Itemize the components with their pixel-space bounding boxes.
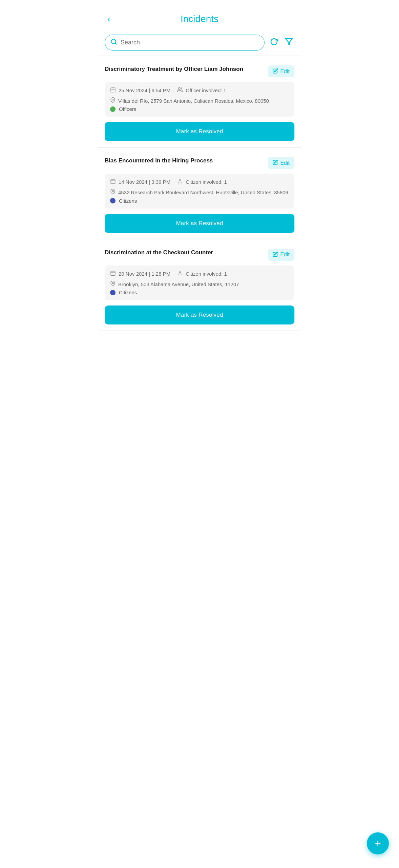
svg-rect-3 bbox=[111, 88, 115, 92]
incident-header: Bias Encountered in the Hiring Process E… bbox=[105, 157, 294, 169]
edit-icon bbox=[273, 68, 278, 75]
incident-address: Villas del Río, 2579 San Antonio, Culiac… bbox=[118, 97, 269, 104]
svg-point-20 bbox=[112, 282, 113, 283]
category-dot bbox=[110, 198, 115, 203]
incident-header: Discriminatory Treatment by Officer Liam… bbox=[105, 65, 294, 77]
edit-label: Edit bbox=[280, 252, 290, 258]
svg-line-1 bbox=[115, 43, 117, 44]
incident-title: Discrimination at the Checkout Counter bbox=[105, 249, 265, 256]
search-bar-container bbox=[98, 31, 301, 56]
detail-top-row: 14 Nov 2024 | 3:39 PM Citizen involved: … bbox=[110, 178, 289, 185]
incident-date: 20 Nov 2024 | 1:28 PM bbox=[119, 271, 170, 277]
incident-date: 14 Nov 2024 | 3:39 PM bbox=[119, 179, 170, 185]
svg-marker-2 bbox=[286, 39, 292, 45]
calendar-icon bbox=[110, 87, 116, 94]
incident-involved: Citizen involved: 1 bbox=[186, 271, 227, 277]
filter-button[interactable] bbox=[284, 36, 294, 49]
edit-label: Edit bbox=[280, 68, 290, 75]
category-row: Officers bbox=[110, 106, 289, 112]
address-row: 4532 Research Park Boulevard Northwest, … bbox=[110, 189, 289, 196]
incident-details: 20 Nov 2024 | 1:28 PM Citizen involved: … bbox=[105, 265, 294, 300]
calendar-icon bbox=[110, 270, 116, 277]
incident-card: Discriminatory Treatment by Officer Liam… bbox=[98, 59, 301, 147]
address-row: Villas del Río, 2579 San Antonio, Culiac… bbox=[110, 97, 289, 105]
resolve-button[interactable]: Mark as Resolved bbox=[105, 214, 294, 233]
date-item: 20 Nov 2024 | 1:28 PM bbox=[110, 270, 170, 277]
category-label: Officers bbox=[119, 106, 136, 112]
svg-point-8 bbox=[112, 99, 113, 100]
incident-card: Discrimination at the Checkout Counter E… bbox=[98, 243, 301, 331]
person-icon bbox=[177, 270, 183, 277]
resolve-button[interactable]: Mark as Resolved bbox=[105, 122, 294, 141]
date-item: 14 Nov 2024 | 3:39 PM bbox=[110, 178, 170, 185]
involved-item: Officer involved: 1 bbox=[177, 87, 226, 94]
svg-rect-15 bbox=[111, 271, 115, 276]
edit-button[interactable]: Edit bbox=[268, 65, 294, 77]
edit-icon bbox=[273, 252, 278, 258]
incident-date: 25 Nov 2024 | 6:54 PM bbox=[119, 87, 170, 93]
header: ‹ Incidents bbox=[98, 0, 301, 31]
location-icon bbox=[110, 97, 115, 105]
category-dot bbox=[110, 106, 115, 112]
svg-point-7 bbox=[178, 87, 181, 90]
page-title: Incidents bbox=[181, 14, 218, 24]
calendar-icon bbox=[110, 178, 116, 185]
edit-icon bbox=[273, 160, 278, 166]
person-icon bbox=[177, 87, 183, 94]
search-input-wrapper bbox=[105, 35, 265, 51]
category-row: Citizens bbox=[110, 198, 289, 204]
detail-top-row: 25 Nov 2024 | 6:54 PM Officer involved: … bbox=[110, 87, 289, 94]
category-label: Citizens bbox=[119, 198, 137, 204]
svg-point-14 bbox=[112, 191, 113, 192]
category-row: Citizens bbox=[110, 290, 289, 295]
svg-point-13 bbox=[179, 179, 181, 181]
person-icon bbox=[177, 178, 183, 185]
incident-title: Bias Encountered in the Hiring Process bbox=[105, 157, 265, 164]
incident-title: Discriminatory Treatment by Officer Liam… bbox=[105, 65, 265, 73]
resolve-button[interactable]: Mark as Resolved bbox=[105, 305, 294, 324]
address-row: Brooklyn, 503 Alabama Avenue, United Sta… bbox=[110, 281, 289, 288]
divider bbox=[98, 56, 301, 56]
svg-point-19 bbox=[179, 271, 181, 273]
svg-rect-9 bbox=[111, 179, 115, 184]
involved-item: Citizen involved: 1 bbox=[177, 178, 227, 185]
search-actions bbox=[269, 36, 294, 49]
incident-details: 25 Nov 2024 | 6:54 PM Officer involved: … bbox=[105, 82, 294, 117]
search-input[interactable] bbox=[121, 39, 259, 46]
incidents-list: Discriminatory Treatment by Officer Liam… bbox=[98, 59, 301, 368]
refresh-button[interactable] bbox=[269, 36, 279, 49]
location-icon bbox=[110, 189, 115, 196]
edit-button[interactable]: Edit bbox=[268, 157, 294, 169]
incident-header: Discrimination at the Checkout Counter E… bbox=[105, 249, 294, 261]
incident-involved: Officer involved: 1 bbox=[186, 87, 226, 93]
incident-card: Bias Encountered in the Hiring Process E… bbox=[98, 151, 301, 239]
incident-involved: Citizen involved: 1 bbox=[186, 179, 227, 185]
search-icon bbox=[110, 38, 117, 47]
detail-top-row: 20 Nov 2024 | 1:28 PM Citizen involved: … bbox=[110, 270, 289, 277]
incident-address: Brooklyn, 503 Alabama Avenue, United Sta… bbox=[118, 281, 239, 288]
location-icon bbox=[110, 281, 115, 288]
edit-button[interactable]: Edit bbox=[268, 249, 294, 261]
edit-label: Edit bbox=[280, 160, 290, 166]
date-item: 25 Nov 2024 | 6:54 PM bbox=[110, 87, 170, 94]
category-label: Citizens bbox=[119, 290, 137, 295]
back-button[interactable]: ‹ bbox=[105, 13, 113, 25]
incident-details: 14 Nov 2024 | 3:39 PM Citizen involved: … bbox=[105, 174, 294, 208]
category-dot bbox=[110, 290, 115, 295]
incident-address: 4532 Research Park Boulevard Northwest, … bbox=[118, 189, 288, 196]
involved-item: Citizen involved: 1 bbox=[177, 270, 227, 277]
